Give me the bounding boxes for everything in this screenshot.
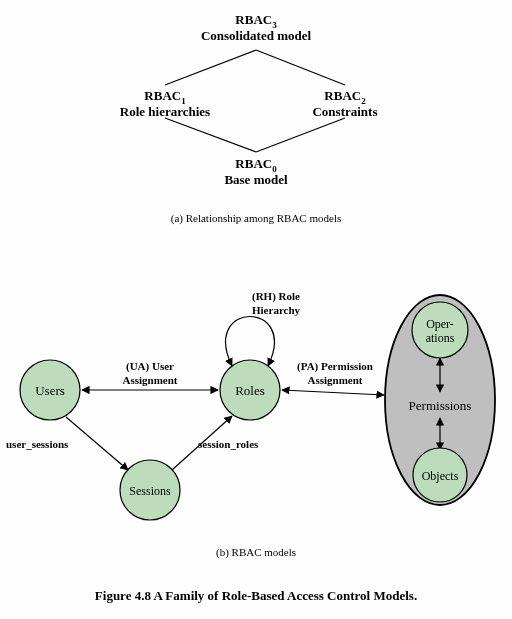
caption-a: (a) Relationship among RBAC models xyxy=(171,212,341,225)
caption-b: (b) RBAC models xyxy=(216,546,296,559)
sessions-node: Sessions xyxy=(120,460,180,520)
rbac3-main: RBAC xyxy=(235,12,272,27)
rh-self-loop xyxy=(226,317,275,367)
rbac1-label: RBAC1 Role hierarchies xyxy=(120,88,210,119)
rh-label2: Hierarchy xyxy=(252,304,301,316)
user-sessions-label: user_sessions xyxy=(6,438,69,450)
svg-line-2 xyxy=(165,118,256,152)
rbac2-main: RBAC xyxy=(324,88,361,103)
roles-text: Roles xyxy=(235,383,265,398)
pa-edge xyxy=(282,390,384,395)
rbac2-label: RBAC2 Constraints xyxy=(312,88,377,119)
operations-node: Oper- ations xyxy=(412,302,468,358)
pa-label2: Assignment xyxy=(307,374,362,386)
objects-text: Objects xyxy=(422,469,459,483)
rbac3-label: RBAC3 Consolidated model xyxy=(201,12,312,43)
svg-line-3 xyxy=(256,118,345,152)
rbac3-desc: Consolidated model xyxy=(201,28,312,43)
svg-line-0 xyxy=(165,50,256,85)
rbac0-label: RBAC0 Base model xyxy=(224,156,288,187)
rh-label1: (RH) Role xyxy=(252,290,300,303)
rbac0-main: RBAC xyxy=(235,156,272,171)
user-sessions-edge xyxy=(66,417,128,470)
objects-node: Objects xyxy=(413,448,467,502)
permissions-label: Permissions xyxy=(409,398,472,413)
roles-node: Roles xyxy=(220,360,280,420)
users-text: Users xyxy=(35,383,65,398)
operations-text1: Oper- xyxy=(426,317,454,331)
ua-label1: (UA) User xyxy=(126,360,174,373)
session-roles-label: session_roles xyxy=(198,438,259,450)
rbac0-desc: Base model xyxy=(224,172,288,187)
pa-label1: (PA) Permission xyxy=(297,360,373,373)
users-node: Users xyxy=(20,360,80,420)
sessions-text: Sessions xyxy=(129,484,171,498)
rbac1-desc: Role hierarchies xyxy=(120,104,210,119)
rbac1-main: RBAC xyxy=(144,88,181,103)
figure-caption: Figure 4.8 A Family of Role-Based Access… xyxy=(95,588,417,603)
operations-text2: ations xyxy=(426,331,455,345)
ua-label2: Assignment xyxy=(122,374,177,386)
diagram-a: RBAC3 Consolidated model RBAC1 Role hier… xyxy=(120,12,378,225)
svg-line-1 xyxy=(256,50,345,85)
diagram-b: Permissions Oper- ations Objects Users R… xyxy=(6,290,495,559)
rbac2-desc: Constraints xyxy=(312,104,377,119)
